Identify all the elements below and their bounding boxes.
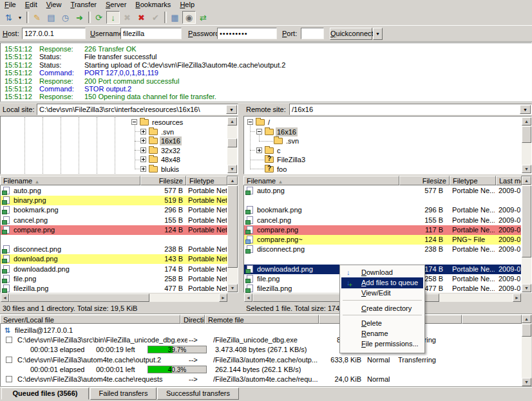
reconnect-button[interactable]: ✔	[149, 11, 162, 24]
column-header-filename[interactable]: Filename	[0, 176, 140, 185]
context-menu-item-download[interactable]: ↓Download	[341, 267, 423, 278]
scroll-down-icon[interactable]	[522, 378, 531, 386]
directory-comparison-button[interactable]: ▦	[168, 11, 182, 24]
remote-tree-scrollbar[interactable]	[522, 117, 531, 173]
menu-file[interactable]: File	[0, 0, 21, 10]
context-menu-item-delete[interactable]: Delete	[341, 318, 423, 329]
file-row-compare-png[interactable]: compare.png117 BPortable Ne...2009-03	[244, 225, 521, 235]
file-row-compare-png[interactable]: compare.png~124 BPNG~ File2009-03	[244, 235, 521, 245]
remote-list-vscrollbar[interactable]	[522, 176, 531, 292]
username-input[interactable]	[120, 28, 182, 39]
chevron-down-icon[interactable]	[520, 105, 531, 114]
column-header-last-moc[interactable]: Last moc	[496, 176, 522, 185]
tree-item-svn[interactable]: .svn	[285, 136, 300, 145]
queue-scrollbar[interactable]	[522, 315, 531, 386]
tree-item-[interactable]: /	[267, 118, 271, 127]
menu-bookmarks[interactable]: Bookmarks	[131, 0, 175, 10]
scroll-up-icon[interactable]	[522, 176, 531, 185]
scroll-left-icon[interactable]	[1, 294, 9, 302]
local-list-hscrollbar[interactable]	[1, 294, 227, 302]
tree-item-32x32[interactable]: 32x32	[160, 146, 182, 155]
queue-row[interactable]: C:\dev\svn\FileZilla3\autom4te.cache\out…	[1, 355, 521, 365]
tree-item-resources[interactable]: resources	[151, 118, 184, 127]
password-input[interactable]	[217, 28, 277, 39]
menu-help[interactable]: Help	[175, 0, 199, 10]
tree-item-blukis[interactable]: blukis	[160, 165, 180, 174]
scroll-down-icon[interactable]	[522, 284, 531, 292]
site-manager-button[interactable]: ⇅	[2, 11, 15, 24]
queue-row[interactable]: C:\dev\svn\FileZilla3\autom4te.cache\req…	[1, 375, 521, 384]
quickconnect-dropdown-button[interactable]	[373, 28, 383, 40]
tree-expand-icon[interactable]	[140, 166, 146, 172]
queue-column-header[interactable]: Direction	[180, 315, 205, 324]
scroll-up-icon[interactable]	[227, 117, 237, 126]
column-header-filesize[interactable]: Filesize	[399, 176, 450, 185]
tab-queued-files-3566[interactable]: Queued files (3566)	[1, 387, 89, 400]
file-row-download-png[interactable]: download.png143 BPortable Netwo	[1, 254, 227, 264]
context-menu-item-file-permissions[interactable]: File permissions...	[341, 339, 423, 350]
scroll-right-icon[interactable]	[513, 294, 521, 302]
tree-item-foo[interactable]: foo	[276, 165, 288, 174]
tree-expand-icon[interactable]	[140, 138, 146, 144]
tree-collapse-icon[interactable]	[247, 119, 253, 125]
host-input[interactable]	[22, 28, 86, 39]
tree-collapse-icon[interactable]	[131, 119, 137, 125]
file-row-bookmark-png[interactable]: bookmark.png296 BPortable Netwo	[1, 205, 227, 215]
queue-checkbox[interactable]	[6, 357, 12, 363]
context-menu-item-view-edit[interactable]: View/Edit	[341, 288, 423, 299]
toggle-remote-tree-button[interactable]: ◷	[59, 11, 72, 24]
scrollbar-thumb[interactable]	[227, 185, 238, 268]
column-header-filetype[interactable]: Filetype	[450, 176, 496, 185]
queue-checkbox[interactable]	[6, 376, 12, 382]
context-menu-item-create-directory[interactable]: Create directory	[341, 303, 423, 314]
process-queue-button[interactable]: ↓	[106, 11, 120, 24]
context-menu-item-rename[interactable]: Rename	[341, 328, 423, 339]
file-row-disconnect-png[interactable]: disconnect.png238 BPortable Ne...2009-03	[244, 245, 521, 254]
scroll-up-icon[interactable]	[227, 176, 238, 185]
file-row-file-png[interactable]: file.png258 BPortable Netwo	[1, 274, 227, 284]
queue-row[interactable]: 00:00:13 elapsed00:00:19 left39.7%3.473.…	[1, 345, 521, 355]
synchronized-browsing-button[interactable]: ⇄	[196, 11, 210, 24]
scrollbar-thumb[interactable]	[522, 126, 531, 143]
quickconnect-button[interactable]: Quickconnect	[330, 28, 372, 40]
scroll-down-icon[interactable]	[227, 165, 237, 173]
tree-item-48x48[interactable]: 48x48	[160, 155, 182, 164]
file-row-auto-png[interactable]: auto.png577 BPortable Ne...2009-03	[244, 186, 521, 196]
file-row-binary-png[interactable]: binary.png519 BPortable Netwo	[1, 196, 227, 205]
scroll-down-icon[interactable]	[522, 165, 531, 173]
toggle-queue-button[interactable]: ➜	[73, 11, 86, 24]
file-row-cancel-png[interactable]: cancel.png155 BPortable Ne...2009-03	[244, 216, 521, 225]
tree-expand-icon[interactable]	[256, 147, 262, 153]
filter-button[interactable]: ◉	[182, 11, 196, 24]
tree-item-filezilla3[interactable]: FileZilla3	[276, 155, 307, 164]
queue-row[interactable]: 00:00:01 elapsed00:00:01 left40.3%262.14…	[1, 365, 521, 375]
queue-row[interactable]: C:\dev\svn\FileZilla3\src\bin\FileZilla_…	[1, 335, 521, 345]
column-header-filesize[interactable]: Filesize	[140, 176, 186, 185]
tree-collapse-icon[interactable]	[256, 129, 262, 135]
tab-failed-transfers[interactable]: Failed transfers	[90, 387, 157, 400]
scrollbar-thumb[interactable]	[9, 294, 149, 302]
tree-item-16x16[interactable]: 16x16	[276, 127, 298, 136]
tree-expand-icon[interactable]	[140, 147, 146, 153]
refresh-button[interactable]: ⟳	[92, 11, 106, 24]
scrollbar-thumb[interactable]	[522, 185, 531, 257]
local-list-vscrollbar[interactable]	[227, 176, 238, 292]
menu-edit[interactable]: Edit	[21, 0, 42, 10]
file-row-cancel-png[interactable]: cancel.png155 BPortable Netwo	[1, 216, 227, 225]
scroll-up-icon[interactable]	[522, 117, 531, 126]
scrollbar-thumb[interactable]	[522, 324, 531, 337]
queue-row[interactable]: filezilla@127.0.0.1	[1, 326, 521, 335]
menu-transfer[interactable]: Transfer	[66, 0, 101, 10]
file-row-downloadadd-png[interactable]: downloadadd.png174 BPortable Netwo	[1, 265, 227, 274]
tree-item-c[interactable]: c	[276, 146, 282, 155]
toggle-log-button[interactable]: ✎	[30, 11, 44, 24]
queue-column-header[interactable]	[462, 315, 522, 324]
port-input[interactable]	[301, 28, 324, 39]
column-header-filetype[interactable]: Filetype	[186, 176, 227, 185]
menu-view[interactable]: View	[42, 0, 66, 10]
cancel-button[interactable]: ✖	[120, 11, 134, 24]
file-row-auto-png[interactable]: auto.png577 BPortable Netwo	[1, 186, 227, 196]
file-row-filezilla-png[interactable]: filezilla.png477 BPortable Netwo	[1, 284, 227, 294]
chevron-down-icon[interactable]	[226, 105, 237, 114]
file-row-disconnect-png[interactable]: disconnect.png238 BPortable Netwo	[1, 245, 227, 254]
